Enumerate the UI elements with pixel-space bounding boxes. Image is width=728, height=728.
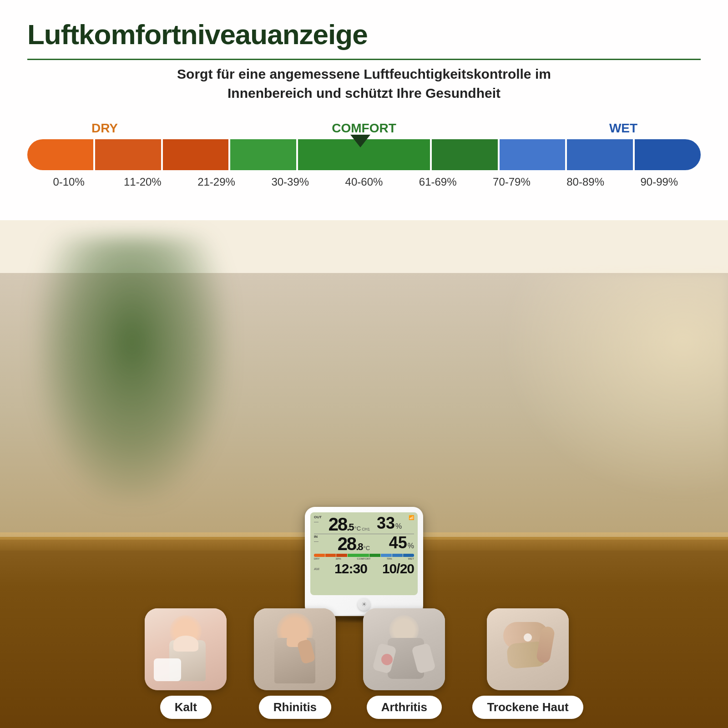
main-title: Luftkomfortniveauanzeige (27, 18, 701, 51)
mini-comfort-label: COMFORT (357, 557, 370, 560)
mini-dry-label: DRY (314, 557, 320, 560)
icon-image-trockene-haut (487, 608, 569, 690)
bar-seg-8 (567, 139, 633, 170)
humidity-percentages: 0-10% 11-20% 21-29% 30-39% 40-60% 61-69%… (27, 176, 701, 188)
icon-image-arthritis (363, 608, 445, 690)
in-humidity: 45 (389, 535, 407, 551)
pct-30-39: 30-39% (253, 176, 327, 188)
mini-bar-wet3 (403, 554, 414, 557)
icon-image-rhinitis (254, 608, 336, 690)
mini-bar-dry1 (314, 554, 325, 557)
bar-seg-2 (95, 139, 161, 170)
subtitle-line1: Sorgt für eine angemessene Luftfeuchtigk… (177, 66, 551, 81)
in-label: IN (314, 535, 318, 539)
sun-icon: ☀ (361, 601, 367, 608)
content-panel: Luftkomfortniveauanzeige Sorgt für eine … (0, 0, 728, 220)
wifi-icon: 📶 (409, 515, 414, 520)
mini-bar-container: DRY 30% COMFORT 70% WET (314, 554, 414, 560)
bar-seg-9 (635, 139, 701, 170)
mini-bar-wet1 (381, 554, 392, 557)
comfort-arrow (350, 135, 370, 147)
temp-unit: °C (354, 525, 361, 532)
mini-humidity-bar (314, 554, 414, 557)
pct-11-20: 11-20% (106, 176, 179, 188)
label-comfort: COMFORT (173, 121, 555, 136)
icon-card-trockene-haut: Trockene Haut (472, 608, 583, 719)
bar-seg-4 (230, 139, 296, 170)
humidity-bar-section: DRY COMFORT WET 0-10 (27, 121, 701, 188)
mini-bar-wet2 (392, 554, 403, 557)
device-date: 10/20 (382, 561, 414, 576)
page-container: Luftkomfortniveauanzeige Sorgt für eine … (0, 0, 728, 728)
mini-70-label: 70% (387, 557, 392, 560)
out-label: OUT (314, 515, 322, 519)
pct-40-60: 40-60% (327, 176, 401, 188)
pct-80-89: 80-89% (549, 176, 622, 188)
mini-wet-label: WET (408, 557, 414, 560)
device-time: 12:30 (334, 561, 367, 576)
pct-61-69: 61-69% (401, 176, 475, 188)
pct-90-99: 90-99% (622, 176, 696, 188)
pct-0-10: 0-10% (32, 176, 106, 188)
device-container: OUT — 28.5 °C CH1 33 % 📶 (305, 507, 423, 623)
icon-label-kalt: Kalt (160, 696, 212, 719)
icon-label-trockene-haut: Trockene Haut (472, 696, 583, 719)
time-date-row: AM 12:30 10/20 (314, 561, 414, 576)
mini-bar-comfort2 (369, 554, 380, 557)
am-label: AM (314, 567, 319, 571)
icon-label-rhinitis: Rhinitis (259, 696, 331, 719)
device-screen: OUT — 28.5 °C CH1 33 % 📶 (310, 512, 418, 595)
out-temp: 28.5 (329, 515, 354, 533)
icon-card-rhinitis: Rhinitis (254, 608, 336, 719)
subtitle: Sorgt für eine angemessene Luftfeuchtigk… (27, 65, 701, 103)
mini-bar-labels: DRY 30% COMFORT 70% WET (314, 557, 414, 560)
subtitle-line2: Innenbereich und schützt Ihre Gesundheit (228, 86, 500, 101)
out-pct: % (395, 522, 402, 531)
mini-30-label: 30% (336, 557, 341, 560)
label-wet: WET (555, 121, 692, 136)
icon-card-kalt: Kalt (145, 608, 227, 719)
device: OUT — 28.5 °C CH1 33 % 📶 (305, 507, 423, 616)
icon-cards-container: Kalt Rhinitis (0, 608, 728, 719)
out-humidity: 33 (377, 515, 395, 531)
label-dry: DRY (36, 121, 173, 136)
in-pct: % (408, 542, 414, 550)
bar-seg-1 (27, 139, 93, 170)
mini-bar-dry2 (325, 554, 336, 557)
mini-bar-comfort1 (348, 554, 369, 557)
title-divider (27, 59, 701, 60)
pct-21-29: 21-29% (179, 176, 253, 188)
plant-blur (36, 237, 228, 500)
icon-card-arthritis: Arthritis (363, 608, 445, 719)
bar-seg-3 (163, 139, 229, 170)
humidity-labels-top: DRY COMFORT WET (27, 121, 701, 136)
icon-label-arthritis: Arthritis (367, 696, 442, 719)
mini-bar-dry3 (336, 554, 347, 557)
bar-seg-6 (432, 139, 498, 170)
in-temp-unit: °C (363, 545, 370, 551)
icon-image-kalt (145, 608, 227, 690)
humidity-bar-wrapper (27, 139, 701, 170)
bar-seg-7 (500, 139, 566, 170)
in-temp: 28.8 (338, 535, 363, 553)
ch1-label: CH1 (362, 527, 370, 531)
pct-70-79: 70-79% (475, 176, 548, 188)
window-blur (500, 273, 728, 500)
